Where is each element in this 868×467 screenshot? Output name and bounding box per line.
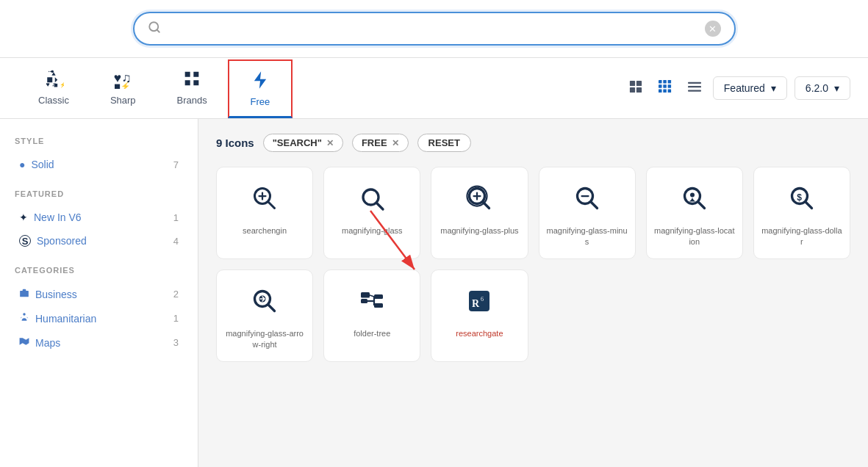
svg-rect-14 bbox=[659, 84, 662, 88]
svg-rect-18 bbox=[663, 89, 667, 93]
humanitarian-icon bbox=[19, 312, 29, 325]
sidebar-sponsored-count: 4 bbox=[173, 236, 179, 247]
brands-icon bbox=[182, 68, 202, 92]
grid-6-view-button[interactable] bbox=[654, 76, 676, 101]
svg-rect-23 bbox=[20, 291, 29, 297]
new-icon: ✦ bbox=[19, 211, 28, 223]
svg-rect-9 bbox=[630, 87, 635, 92]
sidebar-item-new-label: New In V6 bbox=[34, 211, 82, 223]
svg-line-49 bbox=[268, 305, 274, 311]
svg-line-40 bbox=[591, 202, 597, 208]
style-section-title: STYLE bbox=[15, 137, 183, 145]
magnifying-glass-dollar-label: magnifying-glass-dollar bbox=[761, 225, 842, 248]
icon-card-magnifying-glass-plus[interactable]: magnifying-glass-plus bbox=[431, 167, 528, 259]
content-header: 9 Icons "SEARCH" ✕ FREE ✕ RESET bbox=[216, 134, 850, 152]
maps-icon bbox=[19, 336, 29, 349]
tab-sharp[interactable]: ♥♫ ◼⚡ Sharp bbox=[90, 58, 157, 118]
svg-rect-8 bbox=[636, 80, 642, 85]
searchengin-label: searchengin bbox=[243, 225, 287, 236]
sidebar-maps-count: 3 bbox=[173, 337, 179, 348]
main-layout: STYLE ● Solid 7 FEATURED ✦ New In V6 1 S… bbox=[0, 119, 868, 467]
svg-rect-16 bbox=[667, 84, 671, 88]
featured-section-title: FEATURED bbox=[15, 189, 183, 198]
sidebar-item-humanitarian[interactable]: Humanitarian 1 bbox=[15, 306, 183, 330]
featured-dropdown[interactable]: Featured ▾ bbox=[713, 76, 787, 100]
sidebar-humanitarian-count: 1 bbox=[173, 313, 179, 324]
magnifying-glass-arrow-right-label: magnifying-glass-arrow-right bbox=[224, 328, 305, 351]
search-filter-label: "SEARCH" bbox=[273, 137, 322, 148]
search-bar-container: search ✕ bbox=[133, 12, 736, 46]
svg-marker-6 bbox=[254, 71, 266, 88]
icon-card-magnifying-glass-arrow-right[interactable]: magnifying-glass-arrow-right bbox=[216, 269, 313, 362]
svg-line-43 bbox=[698, 202, 704, 208]
sidebar-item-humanitarian-label: Humanitarian bbox=[35, 313, 96, 325]
tab-sharp-label: Sharp bbox=[110, 95, 136, 106]
sidebar-item-solid[interactable]: ● Solid 7 bbox=[15, 153, 183, 176]
magnifying-glass-minus-label: magnifying-glass-minus bbox=[547, 225, 628, 248]
magnifying-glass-plus-icon bbox=[466, 185, 492, 217]
featured-chevron-icon: ▾ bbox=[771, 82, 776, 94]
list-view-button[interactable] bbox=[684, 76, 706, 101]
sidebar-business-count: 2 bbox=[173, 289, 179, 300]
sponsored-icon: S bbox=[19, 235, 31, 247]
svg-rect-11 bbox=[659, 80, 662, 84]
sidebar-item-new-in-v6[interactable]: ✦ New In V6 1 bbox=[15, 206, 183, 229]
sharp-icon: ♥♫ ◼⚡ bbox=[112, 68, 133, 92]
sidebar-item-maps[interactable]: Maps 3 bbox=[15, 330, 183, 355]
svg-line-1 bbox=[157, 29, 159, 32]
version-dropdown[interactable]: 6.2.0 ▾ bbox=[795, 76, 850, 100]
reset-button[interactable]: RESET bbox=[417, 134, 471, 152]
magnifying-glass-location-label: magnifying-glass-location bbox=[654, 225, 735, 248]
sidebar-item-business[interactable]: Business 2 bbox=[15, 282, 183, 306]
top-bar: search ✕ bbox=[0, 0, 868, 58]
svg-rect-7 bbox=[630, 80, 635, 85]
free-filter-chip[interactable]: FREE ✕ bbox=[352, 134, 409, 152]
magnifying-glass-minus-icon bbox=[574, 185, 600, 217]
svg-rect-19 bbox=[667, 89, 671, 93]
sidebar-item-sponsored-label: Sponsored bbox=[37, 235, 87, 247]
solid-icon: ● bbox=[19, 159, 25, 170]
search-icon bbox=[148, 21, 161, 37]
grid-4-view-button[interactable] bbox=[625, 76, 647, 101]
search-input[interactable]: search bbox=[168, 22, 705, 35]
search-filter-chip[interactable]: "SEARCH" ✕ bbox=[263, 134, 343, 152]
magnifying-glass-location-icon bbox=[681, 185, 708, 217]
tab-brands[interactable]: Brands bbox=[157, 58, 228, 118]
researchgate-label: researchgate bbox=[456, 328, 503, 339]
icon-count-label: 9 Icons bbox=[216, 137, 254, 149]
tab-brands-label: Brands bbox=[177, 95, 207, 106]
tab-controls: Featured ▾ 6.2.0 ▾ bbox=[625, 76, 850, 101]
tab-classic[interactable]: ♥ ♫ ◼ ⚡ Classic bbox=[18, 58, 90, 118]
icon-card-magnifying-glass[interactable]: magnifying-glass bbox=[323, 167, 420, 259]
featured-dropdown-label: Featured bbox=[724, 82, 765, 94]
sidebar-item-sponsored[interactable]: S Sponsored 4 bbox=[15, 229, 183, 253]
sidebar-item-maps-label: Maps bbox=[35, 337, 60, 349]
icon-card-magnifying-glass-dollar[interactable]: $ magnifying-glass-dollar bbox=[753, 167, 850, 259]
free-filter-label: FREE bbox=[362, 137, 387, 148]
tabs-bar: ♥ ♫ ◼ ⚡ Classic ♥♫ ◼⚡ Sharp Bra bbox=[0, 58, 868, 119]
svg-text:$: $ bbox=[797, 192, 802, 203]
researchgate-icon: R 6 bbox=[466, 288, 492, 319]
svg-rect-20 bbox=[688, 82, 701, 83]
tab-classic-label: Classic bbox=[38, 95, 69, 106]
icon-card-folder-tree[interactable]: folder-tree bbox=[323, 269, 420, 362]
business-icon bbox=[19, 288, 29, 300]
tab-free[interactable]: Free bbox=[228, 59, 293, 118]
free-filter-remove[interactable]: ✕ bbox=[392, 138, 399, 148]
sidebar-solid-count: 7 bbox=[173, 159, 179, 170]
icon-card-researchgate[interactable]: R 6 researchgate bbox=[431, 269, 528, 362]
content-wrapper: searchengin magnifying-glass bbox=[216, 167, 850, 362]
svg-text:6: 6 bbox=[481, 296, 484, 303]
search-filter-remove[interactable]: ✕ bbox=[326, 138, 334, 148]
sidebar: STYLE ● Solid 7 FEATURED ✦ New In V6 1 S… bbox=[0, 119, 198, 467]
icon-card-magnifying-glass-minus[interactable]: magnifying-glass-minus bbox=[539, 167, 636, 259]
sidebar-new-count: 1 bbox=[173, 212, 179, 223]
icon-card-searchengin[interactable]: searchengin bbox=[216, 167, 313, 259]
version-chevron-icon: ▾ bbox=[834, 82, 839, 94]
free-icon bbox=[250, 70, 270, 93]
clear-search-button[interactable]: ✕ bbox=[705, 21, 721, 37]
folder-tree-icon bbox=[359, 288, 385, 319]
magnifying-glass-dollar-icon: $ bbox=[789, 185, 815, 217]
version-dropdown-label: 6.2.0 bbox=[806, 82, 828, 94]
icon-card-magnifying-glass-location[interactable]: magnifying-glass-location bbox=[646, 167, 743, 259]
